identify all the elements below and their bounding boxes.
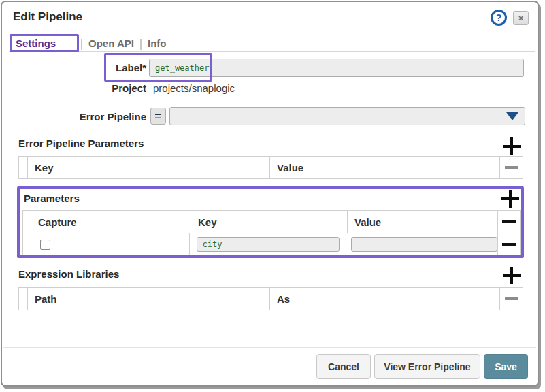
label-field-label: Label* — [97, 62, 146, 74]
remove-icon — [505, 166, 518, 169]
error-pipeline-dropdown[interactable] — [169, 107, 525, 125]
expression-toggle-button[interactable] — [150, 108, 166, 125]
tab-settings[interactable]: Settings — [16, 37, 56, 49]
tab-divider — [140, 39, 142, 50]
error-pipeline-label: Error Pipeline — [70, 111, 146, 122]
value-cell — [344, 233, 498, 255]
remove-icon — [502, 220, 516, 223]
close-icon[interactable]: × — [513, 11, 529, 25]
chevron-down-icon — [506, 112, 518, 120]
project-label: Project — [97, 82, 146, 94]
add-icon[interactable] — [503, 267, 521, 284]
remove-row-button[interactable] — [500, 157, 523, 178]
row-handle-cell — [19, 288, 28, 310]
cancel-button[interactable]: Cancel — [316, 354, 371, 379]
remove-icon — [505, 297, 518, 300]
column-header-key: Key — [28, 157, 270, 178]
remove-icon — [502, 243, 516, 246]
equals-icon — [155, 114, 161, 115]
add-icon[interactable] — [503, 137, 521, 155]
remove-row-button[interactable] — [498, 211, 520, 233]
section-title-expression-libraries: Expression Libraries — [18, 268, 119, 280]
key-cell — [190, 233, 345, 255]
column-header-capture: Capture — [31, 211, 191, 233]
table-row — [23, 233, 520, 255]
expression-libraries-table: Path As — [18, 287, 523, 310]
row-handle-cell — [23, 211, 31, 233]
column-header-key: Key — [191, 211, 348, 233]
column-header-as: As — [270, 288, 500, 310]
column-header-path: Path — [28, 288, 270, 310]
column-header-value: Value — [270, 157, 500, 178]
tab-info[interactable]: Info — [148, 37, 167, 49]
row-handle-cell — [19, 157, 28, 178]
error-pipeline-parameters-table: Key Value — [18, 156, 523, 179]
footer-divider — [3, 347, 536, 348]
help-icon[interactable]: ? — [491, 10, 507, 26]
project-value: projects/snaplogic — [153, 82, 235, 94]
column-header-value: Value — [348, 211, 498, 233]
parameter-value-input[interactable] — [351, 237, 497, 252]
label-input[interactable] — [149, 59, 524, 77]
add-icon[interactable] — [501, 190, 519, 208]
table-header-row: Capture Key Value — [23, 211, 520, 233]
page-title: Edit Pipeline — [13, 10, 82, 24]
capture-cell — [31, 233, 190, 255]
save-button[interactable]: Save — [484, 354, 528, 379]
tab-divider — [81, 39, 82, 50]
edit-pipeline-dialog: Edit Pipeline ? × Settings Open API Info… — [1, 1, 539, 387]
section-title-parameters: Parameters — [24, 193, 80, 204]
remove-row-button[interactable] — [500, 288, 523, 310]
view-error-pipeline-button[interactable]: View Error Pipeline — [374, 354, 480, 379]
remove-row-button[interactable] — [498, 233, 520, 255]
parameter-key-input[interactable] — [197, 237, 340, 252]
capture-checkbox[interactable] — [40, 240, 50, 250]
tab-open-api[interactable]: Open API — [88, 37, 134, 49]
row-handle-cell — [23, 233, 31, 255]
section-title-error-pipeline-parameters: Error Pipeline Parameters — [18, 137, 144, 149]
table-header-row: Key Value — [19, 157, 523, 178]
parameters-table: Capture Key Value — [22, 210, 521, 256]
tabs-divider-line — [9, 51, 535, 52]
equals-icon — [155, 117, 161, 118]
table-header-row: Path As — [19, 288, 523, 310]
